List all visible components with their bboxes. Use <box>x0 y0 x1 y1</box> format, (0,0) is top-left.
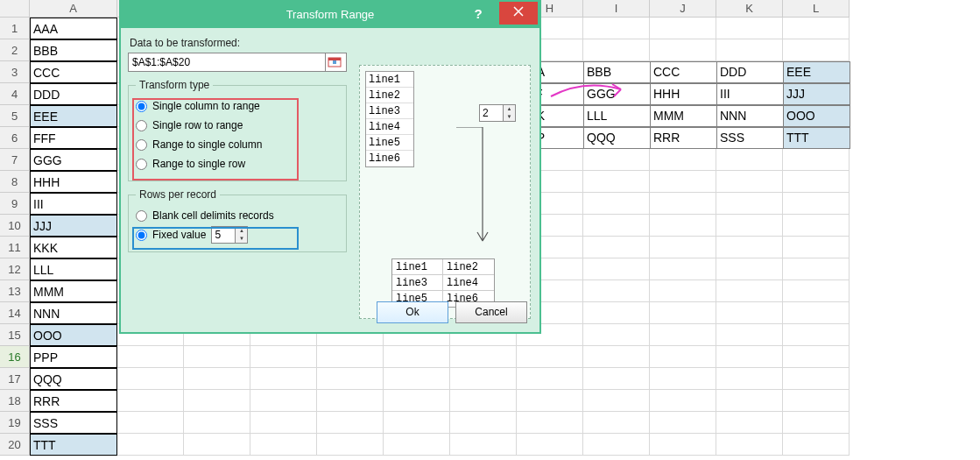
transform-type-radio[interactable] <box>136 159 147 170</box>
cell[interactable]: EEE <box>30 105 117 127</box>
range-picker-button[interactable] <box>326 53 347 72</box>
cell[interactable] <box>716 324 783 346</box>
cell[interactable] <box>583 39 650 61</box>
cell[interactable] <box>583 149 650 171</box>
row-header[interactable]: 20 <box>0 434 30 456</box>
cell[interactable] <box>184 390 250 412</box>
cell[interactable] <box>583 258 650 280</box>
cell[interactable] <box>716 368 783 390</box>
cell[interactable] <box>650 258 716 280</box>
cell[interactable] <box>650 237 716 258</box>
row-header[interactable]: 16 <box>0 346 30 368</box>
output-cell[interactable]: EEE <box>783 61 850 83</box>
help-button[interactable]: ? <box>461 2 496 28</box>
transform-type-radio[interactable] <box>136 120 147 131</box>
cell[interactable] <box>650 149 716 171</box>
cell[interactable] <box>517 434 583 456</box>
row-header[interactable]: 18 <box>0 390 30 412</box>
cell[interactable] <box>583 171 650 193</box>
cell[interactable] <box>716 237 783 258</box>
cell[interactable] <box>650 193 716 215</box>
cell[interactable] <box>583 434 650 456</box>
cell[interactable]: CCC <box>30 61 117 83</box>
row-header[interactable]: 15 <box>0 324 30 346</box>
cell[interactable] <box>716 346 783 368</box>
column-header[interactable]: A <box>30 0 117 18</box>
cell[interactable] <box>783 193 850 215</box>
cell[interactable] <box>783 215 850 237</box>
output-cell[interactable]: QQQ <box>583 127 651 149</box>
spinner-down[interactable]: ▼ <box>236 235 247 243</box>
row-header[interactable]: 7 <box>0 149 30 171</box>
row-header[interactable]: 8 <box>0 171 30 193</box>
cell[interactable] <box>783 412 850 434</box>
cell[interactable]: TTT <box>30 434 117 456</box>
row-header[interactable]: 4 <box>0 83 30 105</box>
cell[interactable] <box>583 412 650 434</box>
output-cell[interactable]: LLL <box>583 105 651 127</box>
cell[interactable] <box>783 258 850 280</box>
preview-cols-input[interactable] <box>480 105 503 121</box>
fixed-value-radio[interactable] <box>136 230 147 241</box>
output-cell[interactable]: GGG <box>583 83 651 105</box>
close-button[interactable] <box>499 2 538 25</box>
row-header[interactable]: 17 <box>0 368 30 390</box>
row-header[interactable]: 10 <box>0 215 30 237</box>
cell[interactable] <box>650 390 716 412</box>
cell[interactable] <box>450 346 517 368</box>
row-header[interactable]: 1 <box>0 18 30 39</box>
spinner-down[interactable]: ▼ <box>504 113 515 121</box>
fixed-value-spinner[interactable]: ▲▼ <box>211 226 248 244</box>
row-header[interactable]: 5 <box>0 105 30 127</box>
output-cell[interactable]: MMM <box>650 105 717 127</box>
cell[interactable] <box>384 346 450 368</box>
cell[interactable] <box>583 18 650 39</box>
output-cell[interactable]: CCC <box>650 61 717 83</box>
cell[interactable]: QQQ <box>30 368 117 390</box>
ok-button[interactable]: Ok <box>377 301 448 323</box>
cell[interactable]: FFF <box>30 127 117 149</box>
cell[interactable] <box>450 368 517 390</box>
cell[interactable]: GGG <box>30 149 117 171</box>
cell[interactable] <box>384 434 450 456</box>
cell[interactable] <box>783 368 850 390</box>
fixed-value-input[interactable] <box>212 227 235 243</box>
cell[interactable] <box>783 324 850 346</box>
cell[interactable] <box>117 434 184 456</box>
row-header[interactable]: 19 <box>0 412 30 434</box>
cell[interactable] <box>650 39 716 61</box>
spinner-up[interactable]: ▲ <box>504 105 515 113</box>
cell[interactable] <box>317 368 384 390</box>
cell[interactable]: PPP <box>30 346 117 368</box>
output-cell[interactable]: NNN <box>716 105 784 127</box>
cell[interactable] <box>384 412 450 434</box>
cell[interactable] <box>583 368 650 390</box>
cell[interactable] <box>650 18 716 39</box>
cell[interactable] <box>517 412 583 434</box>
cell[interactable]: NNN <box>30 302 117 324</box>
row-header[interactable]: 6 <box>0 127 30 149</box>
cell[interactable] <box>783 390 850 412</box>
column-header[interactable]: I <box>583 0 650 18</box>
cell[interactable]: KKK <box>30 237 117 258</box>
row-header[interactable]: 11 <box>0 237 30 258</box>
cell[interactable] <box>650 346 716 368</box>
cell[interactable]: SSS <box>30 412 117 434</box>
cell[interactable] <box>716 302 783 324</box>
cell[interactable] <box>783 39 850 61</box>
output-cell[interactable]: JJJ <box>783 83 850 105</box>
cell[interactable] <box>250 390 317 412</box>
row-header[interactable]: 14 <box>0 302 30 324</box>
cell[interactable]: HHH <box>30 171 117 193</box>
cell[interactable] <box>250 346 317 368</box>
cell[interactable] <box>450 412 517 434</box>
row-header[interactable]: 2 <box>0 39 30 61</box>
transform-type-radio[interactable] <box>136 139 147 151</box>
cell[interactable] <box>117 390 184 412</box>
dialog-titlebar[interactable]: Transform Range ? <box>121 2 539 28</box>
cell[interactable]: MMM <box>30 280 117 302</box>
cell[interactable] <box>184 434 250 456</box>
cell[interactable] <box>517 346 583 368</box>
cell[interactable] <box>716 215 783 237</box>
cell[interactable] <box>583 390 650 412</box>
